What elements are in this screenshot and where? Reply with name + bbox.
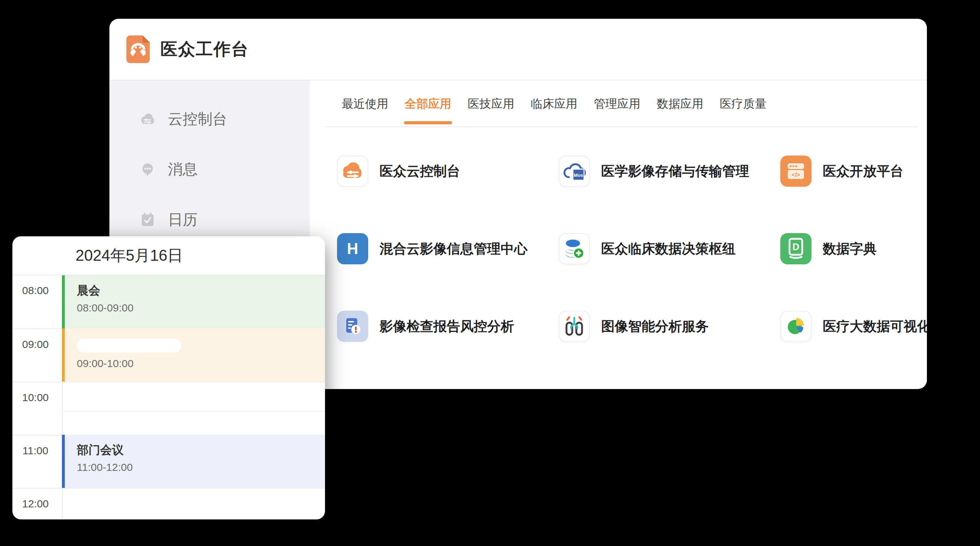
tab[interactable]: 全部应用 [405,80,452,127]
calendar-panel: 2024年5月16日 08:00 09:00 10:00 11:00 12:00… [13,236,325,519]
redacted-title-pill [77,338,181,353]
forward-button[interactable] [347,41,364,57]
code-window-icon: </> [780,156,811,187]
app-item[interactable]: 影像检查报告风控分析 [337,311,559,342]
calendar-prev-button[interactable] [20,236,45,275]
window-title: 医众工作台 [161,38,249,61]
app-item[interactable]: 医众云控制台 [337,156,559,187]
calendar-header: 2024年5月16日 [13,236,325,275]
calendar-event[interactable]: 晨会 08:00-09:00 [62,275,325,329]
book-d-icon: D [780,233,811,264]
app-logo-icon [126,35,150,63]
lungs-icon [559,311,590,342]
tab[interactable]: 数据应用 [657,80,703,127]
app-item[interactable]: 医众临床数据决策枢纽 [559,233,780,264]
back-button[interactable] [315,41,331,57]
sidebar-item[interactable]: 消息 [110,144,310,195]
calendar-hour-row[interactable]: 12:00 [13,488,325,519]
browser-nav [315,19,396,80]
cloud-mos-icon: Mos [559,156,590,187]
title-bar: 医众工作台 [110,19,927,80]
cloud-sliders-icon [337,156,368,187]
half-hour-line [63,411,325,412]
content-area: 最近使用 全部应用 医技应用 临床应用 管理应用 数据应用 医疗质量 医众云控制… [310,80,927,388]
svg-text:Mos: Mos [574,172,584,178]
tab[interactable]: 医疗质量 [720,80,767,127]
app-item[interactable]: </> 医众开放平台 [780,156,927,187]
database-plus-icon [559,233,590,264]
pie-chart-icon [780,311,811,342]
calendar-next-button[interactable] [204,236,228,275]
report-alert-icon [337,311,368,342]
calendar-event[interactable]: 部门会议 11:00-12:00 [62,435,325,488]
chat-bubble-icon [139,161,156,178]
calendar-check-icon [139,211,156,228]
cloud-sliders-gray-icon [139,110,156,128]
calendar-hour-row[interactable]: 10:00 [13,382,325,435]
app-item[interactable]: Mos 医学影像存储与传输管理 [559,156,780,187]
svg-text:D: D [792,242,799,252]
app-item[interactable]: 图像智能分析服务 [559,311,780,342]
svg-text:H: H [347,240,358,257]
app-item[interactable]: D 数据字典 [780,233,927,264]
letter-h-icon: H [337,233,368,264]
calendar-event[interactable]: 09:00-10:00 [62,329,325,382]
tab-bar: 最近使用 全部应用 医技应用 临床应用 管理应用 数据应用 医疗质量 [342,80,767,127]
sidebar-item[interactable]: 云控制台 [110,94,310,144]
tab[interactable]: 临床应用 [531,80,578,127]
calendar-date-label: 2024年5月16日 [55,236,204,275]
app-item[interactable]: 医疗大数据可视化 [780,311,927,342]
tab[interactable]: 医技应用 [468,80,514,127]
tab[interactable]: 管理应用 [594,80,641,127]
tab[interactable]: 最近使用 [342,80,388,127]
app-item[interactable]: H 混合云影像信息管理中心 [337,233,559,264]
calendar-body: 08:00 09:00 10:00 11:00 12:00 晨会 08:00-0… [13,275,325,519]
svg-text:</>: </> [792,171,800,178]
app-grid: 医众云控制台 Mos 医学影像存储与传输管理 </> 医众开放平台 H 混合云影… [337,156,927,388]
refresh-button[interactable] [380,41,396,57]
